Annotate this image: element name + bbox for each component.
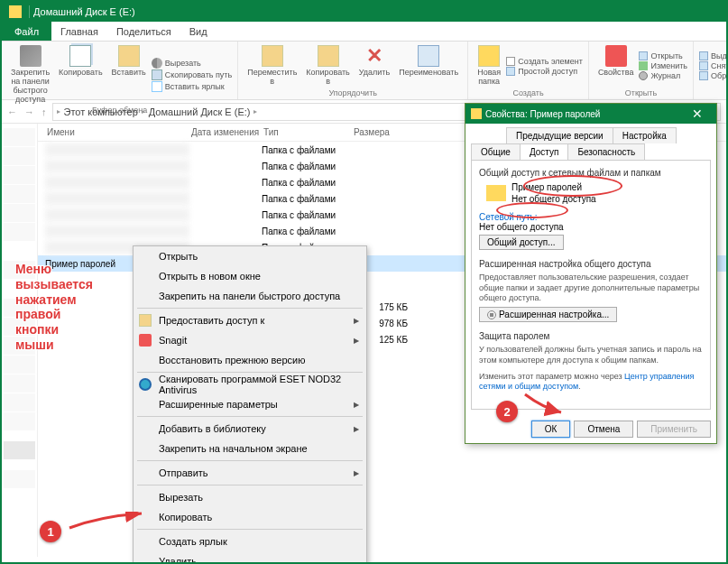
paste-shortcut-button[interactable]: Вставить ярлык [152,81,232,92]
ctx-open-new[interactable]: Открыть в новом окне [134,266,366,286]
ribbon-clipboard: Закрепить на панели быстрого доступа Коп… [2,42,238,99]
sidebar-item[interactable] [4,128,35,146]
ctx-pin-quick[interactable]: Закрепить на панели быстрого доступа [134,286,366,306]
ok-button[interactable]: ОК [531,421,571,438]
rename-button[interactable]: Переименовать [395,43,462,88]
ctx-open[interactable]: Открыть [134,246,366,266]
sidebar-item[interactable] [4,147,35,165]
close-button[interactable]: ✕ [684,106,711,121]
tab-security[interactable]: Безопасность [567,143,645,160]
sidebar-item[interactable] [4,356,35,374]
sidebar-item[interactable] [4,412,35,430]
advanced-title: Расширенная настройка общего доступа [479,259,703,269]
apply-button[interactable]: Применить [637,421,711,438]
copy-to-icon [318,45,339,67]
tab-file[interactable]: Файл [2,22,51,41]
shortcut-icon [152,81,162,92]
ctx-shortcut[interactable]: Создать ярлык [134,532,366,551]
new-folder-button[interactable]: Новая папка [474,43,504,88]
dialog-title-bar: Свойства: Пример паролей ✕ [465,104,716,124]
edit-icon [639,61,648,70]
ctx-add-library[interactable]: Добавить в библиотеку▶ [134,419,366,439]
copy-path-button[interactable]: Скопировать путь [152,69,232,80]
tab-home[interactable]: Главная [51,22,107,41]
breadcrumb-pc[interactable]: Этот компьютер [64,106,138,117]
sidebar-item[interactable] [4,185,35,203]
password-text: У пользователей должны быть учетная запи… [479,345,703,365]
cut-button[interactable]: Вырезать [152,58,232,69]
invert-button[interactable]: Обратить выделение [699,71,728,80]
back-button[interactable]: ← [7,106,17,117]
ctx-eset[interactable]: Сканировать программой ESET NOD32 Antivi… [134,374,366,394]
pin-icon [20,45,41,67]
delete-button[interactable]: ✕Удалить [355,43,393,88]
shared-folder-name: Пример паролей [511,181,596,193]
sidebar-item[interactable] [4,374,35,393]
sidebar-drive[interactable] [4,441,35,459]
new-item-button[interactable]: Создать элемент [506,57,583,66]
cancel-button[interactable]: Отмена [574,421,633,438]
ctx-delete[interactable]: Удалить [134,551,366,564]
eset-icon [139,378,152,391]
step-badge-1: 1 [40,521,61,542]
sidebar-item[interactable] [4,393,35,411]
up-button[interactable]: ↑ [41,106,47,117]
col-date[interactable]: Дата изменения [191,127,263,137]
shield-icon [139,314,152,327]
invert-icon [699,71,708,80]
select-none-button[interactable]: Снять выделение [699,61,728,70]
col-type[interactable]: Тип [263,127,354,137]
path-icon [152,69,162,80]
sidebar-item[interactable] [4,470,35,488]
pin-button[interactable]: Закрепить на панели быстрого доступа [7,43,53,106]
ctx-copy[interactable]: Копировать [134,507,366,527]
edit-button[interactable]: Изменить [639,61,687,70]
tab-custom[interactable]: Настройка [613,127,677,143]
tab-access[interactable]: Доступ [520,143,569,160]
ctx-advanced[interactable]: Расширенные параметры▶ [134,394,366,414]
nav-arrows: ← → ↑ [7,106,47,117]
select-none-icon [699,61,708,70]
col-name[interactable]: Имени [38,127,191,137]
properties-button[interactable]: Свойства [594,43,638,88]
tab-view[interactable]: Вид [180,22,217,41]
sidebar-item[interactable] [4,223,35,241]
advanced-settings-button[interactable]: Расширенная настройка... [479,307,617,322]
net-path-value: Нет общего доступа [479,222,703,232]
cut-icon [152,58,162,69]
ctx-snagit[interactable]: Snagit▶ [134,330,366,350]
copy-to-button[interactable]: Копировать в [302,43,353,88]
arrow-annotation-2 [521,390,566,417]
sidebar-item[interactable] [4,166,35,184]
new-folder-icon [478,45,500,67]
ctx-send-to[interactable]: Отправить▶ [134,463,366,483]
shared-folder-status: Нет общего доступа [511,193,596,205]
breadcrumb-drive[interactable]: Домашний Диск Е (Е:) [149,106,251,117]
sidebar-item[interactable] [4,204,35,222]
tab-general[interactable]: Общие [471,143,521,160]
properties-dialog: Свойства: Пример паролей ✕ Предыдущие ве… [465,103,717,444]
ctx-pin-start[interactable]: Закрепить на начальном экране [134,439,366,458]
ctx-restore[interactable]: Восстановить прежнюю версию [134,350,366,370]
share-button[interactable]: Общий доступ... [479,235,564,250]
folder-icon [9,5,22,18]
ribbon-select: Выделить все Снять выделение Обратить вы… [694,42,728,99]
history-button[interactable]: Журнал [639,71,687,80]
select-all-button[interactable]: Выделить все [699,51,728,60]
col-size[interactable]: Размера [354,127,408,137]
tab-previous[interactable]: Предыдущие версии [506,127,613,143]
ctx-cut[interactable]: Вырезать [134,487,366,507]
open-button[interactable]: Открыть [639,51,687,60]
forward-button[interactable]: → [24,106,34,117]
easy-access-button[interactable]: Простой доступ [506,67,583,76]
paste-button[interactable]: Вставить [108,43,150,106]
gear-icon [487,310,496,319]
ribbon-new: Новая папка Создать элемент Простой дост… [468,42,589,99]
copy-button[interactable]: Копировать [55,43,106,106]
folder-icon [486,185,506,201]
move-button[interactable]: Переместить в [244,43,300,88]
net-share-title: Общий доступ к сетевым файлам и папкам [479,168,703,178]
tab-share[interactable]: Поделиться [107,22,180,41]
ctx-give-access[interactable]: Предоставить доступ к▶ [134,310,366,330]
ribbon-organize: Переместить в Копировать в ✕Удалить Пере… [238,42,468,99]
